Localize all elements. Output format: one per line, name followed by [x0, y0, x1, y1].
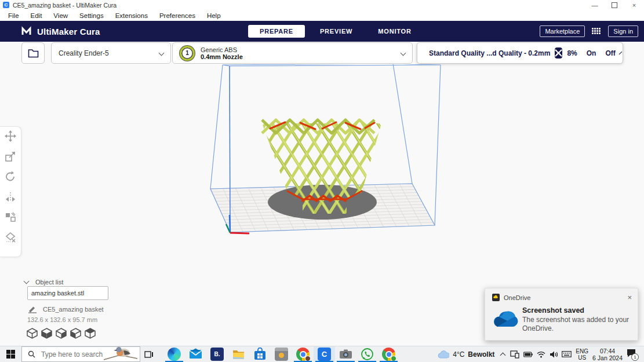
- close-button[interactable]: ×: [624, 0, 644, 10]
- apps-grid-icon[interactable]: [592, 28, 601, 35]
- rotate-tool-icon[interactable]: [5, 171, 16, 182]
- chevron-down-icon: [24, 279, 30, 284]
- scale-tool-icon[interactable]: [5, 151, 16, 162]
- print-settings-selector[interactable]: Standard Quality ...d Quality - 0.2mm 8%…: [417, 42, 623, 64]
- taskbar-clock[interactable]: 07:44 6 Jan 2024: [592, 348, 623, 361]
- taskbar-item-cura[interactable]: C: [314, 346, 335, 362]
- menu-item-edit[interactable]: Edit: [25, 12, 48, 19]
- printer-selector[interactable]: Creality Ender-5: [51, 42, 171, 64]
- search-icon: [28, 350, 35, 358]
- infill-value: 8%: [567, 49, 577, 57]
- material-selector[interactable]: 1 Generic ABS 0.4mm Nozzle: [172, 42, 413, 64]
- stage-tabs: PREPARE PREVIEW MONITOR: [248, 21, 422, 42]
- onedrive-notification: OneDrive × Screenshot saved The screensh…: [485, 288, 638, 341]
- chrome-icon: [382, 348, 395, 361]
- maximize-button[interactable]: [605, 0, 624, 10]
- whatsapp-icon: [361, 348, 374, 361]
- tab-prepare[interactable]: PREPARE: [248, 25, 305, 38]
- your-phone-icon[interactable]: [510, 350, 519, 359]
- view-right-button[interactable]: [84, 327, 96, 339]
- profile-label: Standard Quality ...d Quality - 0.2mm: [429, 49, 550, 57]
- object-list-item[interactable]: CE5_amazing basket: [28, 305, 104, 313]
- support-value: On: [587, 49, 596, 57]
- taskbar-item-store[interactable]: [249, 346, 271, 362]
- language-code: ENG: [576, 348, 588, 354]
- menu-item-extensions[interactable]: Extensions: [110, 12, 154, 19]
- menu-item-file[interactable]: File: [2, 12, 25, 19]
- view-left-button[interactable]: [70, 327, 82, 339]
- weather-temperature: 4°C: [453, 350, 464, 359]
- weather-widget[interactable]: 4°C Bewolkt: [437, 350, 494, 359]
- volume-icon[interactable]: [550, 351, 558, 358]
- taskbar-search[interactable]: [21, 346, 140, 362]
- chrome-icon: [296, 348, 310, 361]
- taskbar-item-booking[interactable]: B.: [206, 346, 228, 362]
- menu-item-settings[interactable]: Settings: [74, 12, 110, 19]
- window-title: CE5_amazing basket - UltiMaker Cura: [13, 2, 117, 9]
- folder-icon: [28, 49, 39, 58]
- gray-app-icon: [275, 348, 288, 361]
- search-highlight-bird: [103, 346, 139, 361]
- chevron-down-icon: [401, 50, 406, 56]
- tab-monitor[interactable]: MONITOR: [368, 25, 421, 38]
- toast-title: Screenshot saved: [522, 306, 584, 315]
- start-button[interactable]: [0, 346, 21, 362]
- action-center-button[interactable]: 1: [627, 349, 636, 360]
- extruder-badge: 1: [180, 46, 195, 61]
- store-icon: [253, 348, 267, 361]
- cura-window: C CE5_amazing basket - UltiMaker Cura — …: [0, 0, 644, 362]
- tab-preview[interactable]: PREVIEW: [310, 25, 363, 38]
- maximize-icon: [612, 2, 617, 8]
- language-indicator[interactable]: ENG US: [576, 348, 588, 361]
- app-icon: C: [3, 2, 9, 8]
- task-view-icon: [144, 350, 154, 359]
- menu-item-preferences[interactable]: Preferences: [154, 12, 201, 19]
- infill-icon: [555, 47, 562, 58]
- taskbar-item-camera[interactable]: [335, 346, 356, 362]
- view-front-button[interactable]: [41, 327, 53, 339]
- open-file-button[interactable]: [21, 42, 45, 64]
- task-view-button[interactable]: [140, 346, 158, 362]
- tray-expand-icon[interactable]: [500, 352, 506, 358]
- minimize-button[interactable]: —: [585, 0, 605, 10]
- view-top-button[interactable]: [55, 327, 67, 339]
- extruder-number: 1: [185, 50, 189, 56]
- main-header: UltiMaker Cura PREPARE PREVIEW MONITOR M…: [0, 21, 644, 42]
- cura-letter: C: [322, 350, 327, 359]
- taskbar-item-gray-app[interactable]: [271, 346, 292, 362]
- taskbar-item-file-explorer[interactable]: [228, 346, 249, 362]
- mirror-tool-icon[interactable]: [5, 191, 16, 203]
- view-3d-button[interactable]: [26, 327, 38, 339]
- toast-close-button[interactable]: ×: [627, 293, 632, 302]
- battery-icon[interactable]: [523, 352, 533, 357]
- toast-body: The screenshot was added to your OneDriv…: [522, 316, 632, 333]
- menu-bar: File Edit View Settings Extensions Prefe…: [0, 10, 644, 21]
- chevron-down-icon: [159, 50, 165, 56]
- clock-time: 07:44: [600, 348, 615, 354]
- onedrive-cloud-icon: [490, 309, 520, 330]
- chevron-down-icon: [618, 52, 622, 55]
- object-list-label: Object list: [35, 279, 63, 286]
- menu-item-view[interactable]: View: [48, 12, 74, 19]
- taskbar-item-chrome-1[interactable]: [292, 346, 314, 362]
- move-tool-icon[interactable]: [5, 130, 16, 142]
- camera-icon: [339, 348, 352, 361]
- wifi-icon[interactable]: [537, 351, 545, 358]
- booking-icon: B.: [210, 348, 224, 361]
- taskbar-item-whatsapp[interactable]: [356, 346, 378, 362]
- file-explorer-icon: [232, 348, 245, 361]
- marketplace-button[interactable]: Marketplace: [540, 25, 585, 37]
- cura-icon: C: [318, 348, 331, 361]
- taskbar-item-chrome-2[interactable]: [378, 346, 399, 362]
- support-blocker-icon[interactable]: [5, 232, 16, 243]
- object-list-toggle[interactable]: Object list: [24, 279, 63, 286]
- booking-letter: B.: [214, 351, 220, 357]
- taskbar-item-mail[interactable]: [185, 346, 206, 362]
- taskbar-item-edge[interactable]: [163, 346, 185, 362]
- menu-item-help[interactable]: Help: [201, 12, 227, 19]
- touch-keyboard-icon[interactable]: [562, 351, 572, 357]
- sign-in-button[interactable]: Sign in: [608, 25, 638, 37]
- ultimaker-logo: UltiMaker Cura: [21, 26, 100, 36]
- filename-input[interactable]: [27, 286, 108, 300]
- per-model-settings-icon[interactable]: [5, 211, 16, 223]
